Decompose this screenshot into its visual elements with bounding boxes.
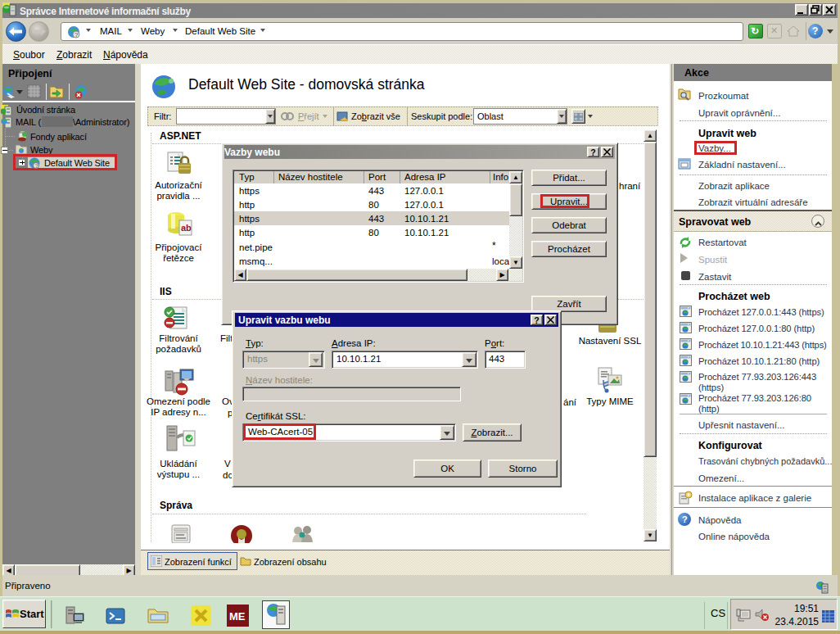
svg-text:ME: ME <box>229 610 246 623</box>
svg-text:?: ? <box>35 163 38 169</box>
svg-text:?: ? <box>75 31 79 38</box>
svg-text:ab: ab <box>181 223 192 233</box>
